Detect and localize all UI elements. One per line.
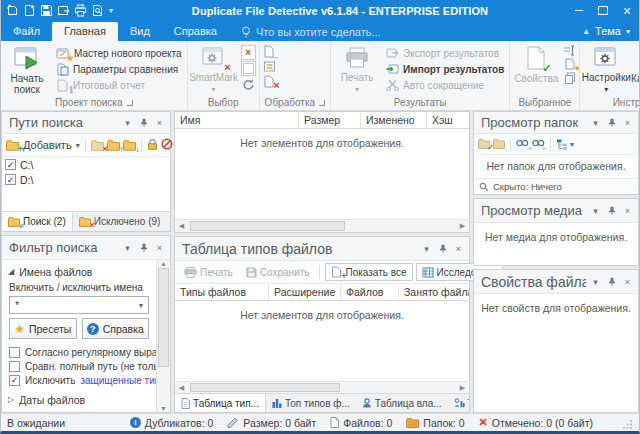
open-selected-button[interactable]: ●	[564, 58, 576, 70]
move-down-folder-button[interactable]	[123, 140, 136, 151]
close-icon[interactable]: ×	[153, 116, 166, 129]
scroll-right-icon[interactable]: ▶	[456, 384, 469, 392]
tab-help[interactable]: Справка	[162, 22, 229, 41]
print-preview-icon[interactable]	[91, 4, 104, 17]
new-project-wizard-button[interactable]: ★ Мастер нового проекта	[53, 45, 185, 61]
scroll-right-icon[interactable]: ▶	[456, 222, 469, 230]
rename-selected-button[interactable]	[563, 45, 576, 56]
regex-checkbox[interactable]	[9, 347, 20, 358]
scroll-down-icon[interactable]: ▼	[160, 405, 167, 412]
tree-view-button[interactable]: ▾	[556, 139, 574, 150]
refresh-button[interactable]	[242, 77, 255, 92]
column-header-types[interactable]: Типы файлов	[175, 284, 269, 300]
tab-top-owners[interactable]: Топ владель...	[448, 394, 469, 412]
name-pattern-combobox[interactable]: * ▾	[9, 296, 149, 314]
properties-button[interactable]: Свойства	[511, 43, 561, 95]
path-row[interactable]: C:\	[2, 157, 170, 172]
section-file-sizes[interactable]: ▷ Размеры файлов	[2, 408, 156, 412]
hidden-filter-bar[interactable]: Скрыто: Ничего	[474, 178, 638, 194]
print-table-button[interactable]: Печать	[179, 263, 238, 281]
close-icon[interactable]: ×	[621, 116, 634, 129]
pin-icon[interactable]	[436, 242, 449, 255]
scroll-thumb[interactable]	[190, 221, 345, 231]
tab-top-types[interactable]: Топ типов ф...	[266, 394, 356, 412]
new-project-icon[interactable]	[6, 4, 19, 17]
column-header-size[interactable]: Размер	[299, 112, 361, 128]
empty-check-button[interactable]	[241, 61, 256, 76]
auto-trim-button[interactable]: Авто сокращение	[383, 77, 507, 93]
path-checkbox[interactable]	[5, 174, 16, 185]
summary-report-button[interactable]: ℹ Итоговый отчет	[53, 77, 185, 93]
scroll-left-icon[interactable]: ◀	[175, 384, 188, 392]
theme-dropdown-icon[interactable]: ▾	[626, 27, 630, 36]
tab-excluded-paths[interactable]: Исключено (9)	[73, 212, 167, 231]
settings-button[interactable]: Настройки	[581, 43, 631, 95]
section-file-dates[interactable]: ▷ Даты файлов	[2, 391, 156, 408]
tab-types-table[interactable]: Таблица тип...	[175, 394, 266, 412]
close-icon[interactable]: ×	[153, 241, 166, 254]
column-header-extension[interactable]: Расширение	[269, 284, 341, 300]
column-header-hash[interactable]: Хэш	[427, 112, 469, 128]
filter-vertical-scrollbar[interactable]: ▲ ▼	[156, 260, 170, 412]
find-next-button[interactable]: →	[516, 139, 529, 149]
tab-view[interactable]: Вид	[118, 22, 162, 41]
dialog-launcher-icon[interactable]	[319, 100, 325, 106]
section-file-names[interactable]: ◢ Имена файлов	[2, 263, 156, 280]
column-header-name[interactable]: Имя	[175, 112, 299, 128]
folder-check-button[interactable]	[478, 139, 490, 149]
delete-files-button[interactable]	[263, 75, 276, 88]
resize-grip[interactable]	[623, 419, 633, 429]
combo-dropdown-icon[interactable]: ▾	[139, 301, 143, 310]
results-horizontal-scrollbar[interactable]: ◀ ▶	[175, 219, 469, 232]
scroll-thumb[interactable]	[190, 383, 340, 392]
fullpath-checkbox-row[interactable]: Сравн. полный путь (не только и	[2, 359, 156, 373]
close-icon[interactable]: ×	[452, 242, 465, 255]
exclude-protected-checkbox-row[interactable]: Исключить защищенные типы фа	[2, 373, 156, 387]
maximize-button[interactable]	[591, 0, 615, 21]
tab-owners-table[interactable]: Таблица вла...	[356, 394, 448, 412]
exclude-protected-checkbox[interactable]	[9, 375, 20, 386]
move-files-button[interactable]	[263, 45, 276, 58]
chevron-down-icon[interactable]: ▾	[589, 116, 602, 129]
show-all-button[interactable]: Показать все	[325, 263, 412, 281]
scroll-up-icon[interactable]: ▲	[160, 260, 167, 267]
theme-button[interactable]: Тема	[595, 25, 621, 37]
lock-button[interactable]	[147, 138, 158, 152]
replace-files-button[interactable]	[263, 60, 276, 73]
folder-plain-button[interactable]	[493, 139, 505, 149]
chevron-down-icon[interactable]: ▾	[420, 242, 433, 255]
pin-icon[interactable]	[137, 116, 150, 129]
compare-options-button[interactable]: Параметры сравнения	[53, 61, 185, 77]
protected-types-link[interactable]: защищенные типы фа	[80, 375, 156, 386]
close-icon[interactable]: ×	[621, 275, 634, 288]
scroll-left-icon[interactable]: ◀	[175, 222, 188, 230]
chevron-down-icon[interactable]: ▾	[121, 116, 134, 129]
scroll-thumb[interactable]	[158, 268, 169, 367]
column-header-files[interactable]: Файлов	[341, 284, 399, 300]
start-search-button[interactable]: Начать поиск	[2, 43, 52, 95]
find-prev-button[interactable]: ←	[532, 139, 545, 149]
print-results-button[interactable]: Печать	[332, 43, 382, 95]
unmark-all-button[interactable]: ×	[241, 45, 256, 60]
column-header-modified[interactable]: Изменено	[361, 112, 427, 128]
copy-selected-button[interactable]	[564, 72, 576, 84]
send-window-icon[interactable]	[57, 4, 70, 17]
presets-button[interactable]: ★ Пресеты	[9, 318, 77, 339]
path-row[interactable]: D:\	[2, 172, 170, 187]
collapse-ribbon-icon[interactable]: ▲	[582, 27, 590, 36]
path-checkbox[interactable]	[5, 159, 16, 170]
close-icon[interactable]: ×	[621, 204, 634, 217]
file-types-horizontal-scrollbar[interactable]: ◀ ▶	[175, 381, 469, 393]
tab-search-paths[interactable]: ⌕ Поиск (2)	[2, 212, 73, 231]
regex-checkbox-row[interactable]: Согласно регулярному выражени	[2, 345, 156, 359]
column-header-occupied[interactable]: Занято файла	[399, 284, 469, 300]
close-button[interactable]	[615, 0, 639, 21]
dialog-launcher-icon[interactable]	[127, 100, 133, 106]
print-icon[interactable]	[74, 4, 87, 17]
pin-icon[interactable]	[605, 116, 618, 129]
chevron-down-icon[interactable]: ▾	[589, 204, 602, 217]
tab-home[interactable]: Главная	[52, 22, 118, 41]
minimize-button[interactable]	[567, 0, 591, 21]
help-button[interactable]: Справка	[82, 318, 150, 339]
export-results-button[interactable]: Экспорт результатов	[383, 45, 507, 61]
